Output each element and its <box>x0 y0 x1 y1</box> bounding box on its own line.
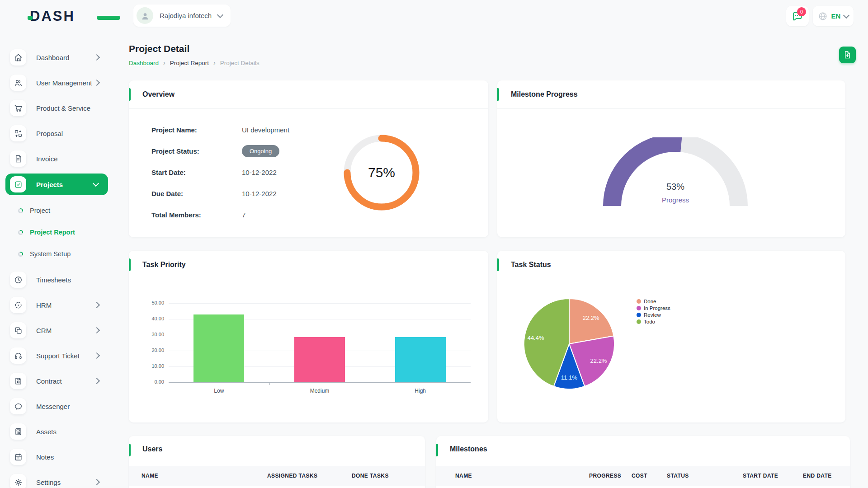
milestones-table-header: NAMEPROGRESSCOSTSTATUSSTART DATEEND DATE <box>436 466 850 486</box>
field-label: Project Status: <box>151 147 242 155</box>
sidebar-item-invoice[interactable]: Invoice <box>0 148 111 169</box>
field-label: Project Name: <box>151 126 242 134</box>
legend-item-todo: Todo <box>637 319 670 324</box>
company-selector[interactable]: Rajodiya infotech <box>133 5 231 27</box>
sidebar-item-label: Projects <box>36 181 63 188</box>
sidebar-item-label: Notes <box>36 453 54 461</box>
sidebar-subitem-project-report[interactable]: Project Report <box>0 221 111 243</box>
export-button[interactable] <box>839 47 856 63</box>
sidebar-item-proposal[interactable]: Proposal <box>0 123 111 144</box>
bullet-icon <box>18 208 23 213</box>
sidebar-item-dashboard[interactable]: Dashboard <box>0 47 111 68</box>
field-value: UI development <box>242 126 289 134</box>
sidebar-item-messenger[interactable]: Messenger <box>0 396 111 417</box>
legend-label: Review <box>644 312 661 318</box>
column-header-name: NAME <box>455 473 589 479</box>
overview-detail-list: Project Name: UI development Project Sta… <box>151 124 289 230</box>
task-priority-bar-chart: 0.0010.0020.0030.0040.0050.00LowMediumHi… <box>169 303 471 382</box>
overview-row-project-status: Project Status: Ongoing <box>151 145 289 157</box>
proposal-swap-icon <box>10 125 26 141</box>
sidebar-item-label: Settings <box>36 479 61 486</box>
x-axis-tickmark <box>269 382 270 385</box>
milestone-progress-gauge: 53% Progress <box>603 137 748 214</box>
sidebar-item-projects[interactable]: Projects <box>5 174 108 195</box>
bar-high <box>395 337 446 382</box>
sidebar-item-product-service[interactable]: Product & Service <box>0 98 111 118</box>
sidebar-item-label: Messenger <box>36 403 70 410</box>
overview-card: Overview Project Name: UI development Pr… <box>129 80 488 237</box>
sidebar-item-support-ticket[interactable]: Support Ticket <box>0 345 111 366</box>
sidebar-item-label: Timesheets <box>36 276 71 284</box>
breadcrumb: Dashboard›Project Report›Project Details <box>129 59 259 66</box>
gear-icon <box>10 474 26 488</box>
notifications-button[interactable]: 0 <box>786 6 809 26</box>
overview-row-due-date: Due Date: 10-12-2022 <box>151 188 289 200</box>
sidebar-item-hrm[interactable]: HRM <box>0 295 111 315</box>
notification-count-badge: 0 <box>797 7 806 16</box>
field-value: 10-12-2022 <box>242 190 277 197</box>
bullet-icon <box>18 252 23 257</box>
x-axis-tickmark <box>370 382 370 385</box>
column-header-assigned-tasks: ASSIGNED TASKS <box>267 473 352 479</box>
status-badge: Ongoing <box>242 145 279 157</box>
file-export-icon <box>843 51 852 59</box>
sidebar-subitem-project[interactable]: Project <box>0 200 111 221</box>
y-axis-tick: 20.00 <box>133 347 164 353</box>
legend-label: Todo <box>644 319 655 324</box>
bar-low <box>193 314 244 382</box>
task-status-card: Task Status 22.2%22.2%11.1%44.4% DoneIn … <box>497 251 845 422</box>
sidebar-item-contract[interactable]: Contract <box>0 371 111 391</box>
logo-accent-dash <box>97 16 120 20</box>
column-header-done-tasks: DONE TASKS <box>352 473 425 479</box>
chevron-right-icon <box>94 352 100 359</box>
sidebar-item-label: Support Ticket <box>36 352 80 360</box>
sidebar-item-label: Dashboard <box>36 54 69 61</box>
overview-card-title: Overview <box>129 80 488 109</box>
breadcrumb-separator: › <box>213 59 216 66</box>
sidebar-item-label: Assets <box>36 428 57 436</box>
legend-dot <box>637 313 641 317</box>
x-axis-label-low: Low <box>169 388 269 394</box>
sidebar-item-notes[interactable]: Notes <box>0 446 111 467</box>
users-card: Users NAMEASSIGNED TASKSDONE TASKS <box>129 436 425 488</box>
gauge-center-label: 53% <box>603 182 748 192</box>
users-table-header: NAMEASSIGNED TASKSDONE TASKS <box>129 466 425 486</box>
sidebar-item-crm[interactable]: CRM <box>0 320 111 341</box>
sidebar-item-assets[interactable]: Assets <box>0 421 111 442</box>
sidebar-item-timesheets[interactable]: Timesheets <box>0 269 111 290</box>
bullet-icon <box>18 230 23 235</box>
logo-accent-dot <box>28 16 33 20</box>
legend-item-in-progress: In Progress <box>637 305 670 311</box>
app-root: DASH Rajodiya infotech <box>0 0 868 488</box>
y-axis-tick: 40.00 <box>133 316 164 321</box>
breadcrumb-item-dashboard[interactable]: Dashboard <box>129 60 159 66</box>
field-value: 10-12-2022 <box>242 169 277 176</box>
hrm-target-icon <box>10 297 26 313</box>
legend-dot <box>637 299 641 304</box>
milestone-progress-card: Milestone Progress 53% Progress <box>497 80 845 237</box>
breadcrumb-item-project-report[interactable]: Project Report <box>170 60 209 66</box>
legend-label: Done <box>644 299 656 304</box>
sidebar-item-settings[interactable]: Settings <box>0 472 111 488</box>
sidebar-subitem-system-setup[interactable]: System Setup <box>0 243 111 265</box>
chevron-right-icon <box>94 54 100 61</box>
brand-logo[interactable]: DASH <box>30 7 75 26</box>
chevron-right-icon <box>94 80 100 86</box>
language-selector[interactable]: EN <box>813 6 854 26</box>
sidebar-item-label: CRM <box>36 327 52 334</box>
y-axis-tick: 50.00 <box>133 300 164 305</box>
task-status-pie-chart: 22.2%22.2%11.1%44.4% <box>522 296 617 391</box>
pie-slice-label: 11.1% <box>561 374 577 381</box>
headset-icon <box>10 347 26 364</box>
sidebar-item-label: User Management <box>36 79 92 87</box>
contract-save-icon <box>10 373 26 389</box>
column-header-start-date: START DATE <box>743 473 803 479</box>
legend-dot <box>637 319 641 324</box>
field-label: Total Members: <box>151 211 242 219</box>
sidebar-item-user-management[interactable]: User Management <box>0 72 111 93</box>
sidebar-subitem-label: Project <box>30 207 50 214</box>
users-icon <box>10 75 26 91</box>
chat-bubble-icon: 0 <box>792 10 803 22</box>
field-label: Start Date: <box>151 169 242 176</box>
pie-slice-label: 22.2% <box>590 357 607 364</box>
